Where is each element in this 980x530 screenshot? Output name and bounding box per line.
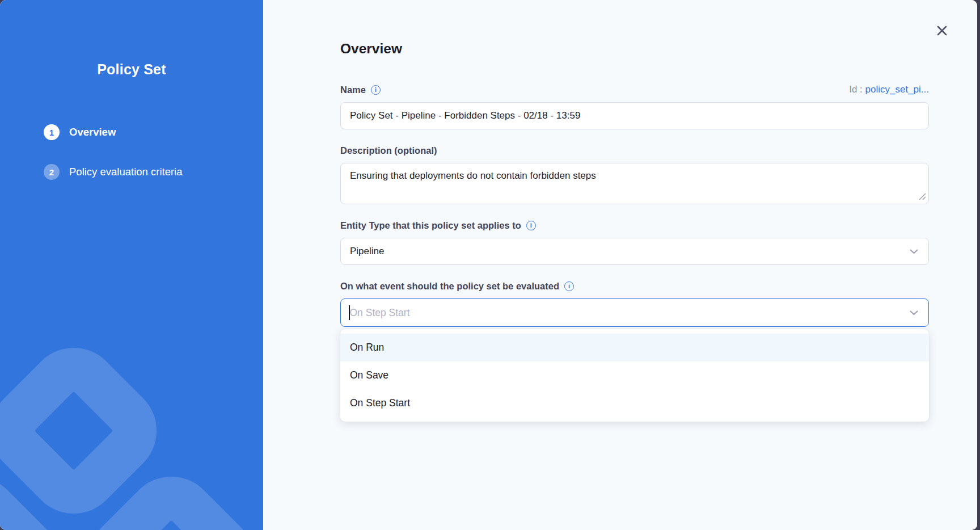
id-prefix: Id :: [849, 84, 863, 95]
event-info-icon[interactable]: i: [564, 281, 574, 291]
id-link[interactable]: policy_set_pi...: [865, 84, 929, 95]
entity-type-label: Entity Type that this policy set applies…: [340, 220, 536, 231]
option-on-save[interactable]: On Save: [340, 361, 929, 389]
entity-type-selected-value: Pipeline: [350, 246, 385, 257]
name-info-icon[interactable]: i: [371, 85, 381, 95]
page-title: Overview: [340, 41, 977, 57]
entity-type-info-icon[interactable]: i: [526, 221, 536, 230]
wizard-steps: 1 Overview 2 Policy evaluation criteria: [0, 124, 263, 180]
entity-type-select[interactable]: Pipeline: [340, 238, 929, 265]
step-1-label: Overview: [69, 126, 116, 138]
description-label: Description (optional): [340, 145, 437, 156]
step-1-number-badge: 1: [44, 124, 60, 140]
close-icon: [935, 24, 949, 37]
close-button[interactable]: [934, 23, 950, 39]
event-input[interactable]: [350, 307, 910, 319]
event-label: On what event should the policy set be e…: [340, 281, 574, 292]
wizard-sidebar: Policy Set 1 Overview 2 Policy evaluatio…: [0, 0, 263, 530]
name-input[interactable]: [340, 102, 929, 129]
name-label: Name i: [340, 85, 381, 95]
step-2-number-badge: 2: [44, 164, 60, 180]
option-on-step-start[interactable]: On Step Start: [340, 389, 929, 417]
policy-set-wizard-modal: Policy Set 1 Overview 2 Policy evaluatio…: [0, 0, 977, 530]
option-on-run[interactable]: On Run: [340, 334, 929, 361]
chevron-down-icon: [910, 249, 918, 254]
policy-set-id: Id : policy_set_pi...: [849, 84, 929, 95]
step-policy-evaluation-criteria[interactable]: 2 Policy evaluation criteria: [44, 164, 263, 180]
step-overview[interactable]: 1 Overview: [44, 124, 263, 140]
chevron-down-icon: [910, 310, 918, 316]
step-2-label: Policy evaluation criteria: [69, 166, 182, 178]
description-textarea[interactable]: Ensuring that deployments do not contain…: [340, 163, 929, 204]
brand-watermark-icon: [0, 314, 263, 530]
overview-step-panel: Overview Name i Id : policy_set_pi... De…: [263, 0, 977, 530]
textarea-resize-handle[interactable]: [919, 193, 926, 200]
wizard-title: Policy Set: [0, 61, 263, 78]
event-combobox[interactable]: [340, 298, 929, 327]
event-options-menu: On Run On Save On Step Start: [340, 329, 929, 422]
